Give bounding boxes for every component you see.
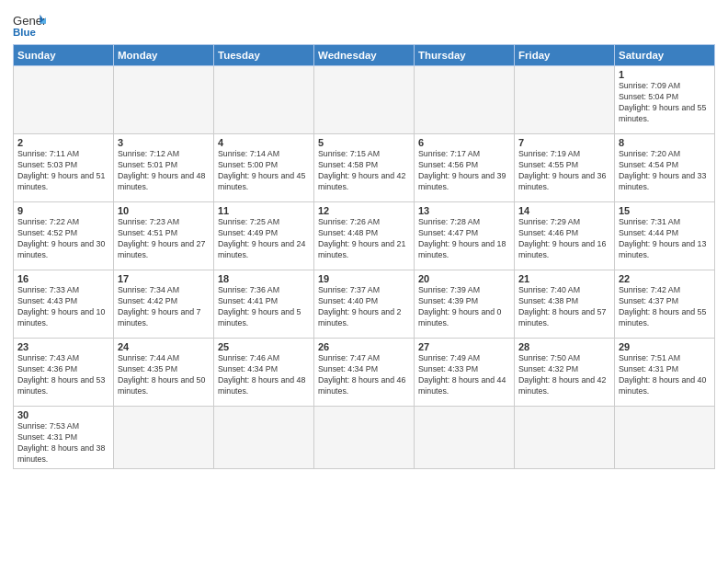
day-number: 5 <box>318 137 410 148</box>
calendar-cell: 29Sunrise: 7:51 AMSunset: 4:31 PMDayligh… <box>615 339 715 407</box>
logo: General Blue <box>13 13 46 39</box>
day-number: 30 <box>17 409 109 420</box>
day-number: 16 <box>17 273 109 284</box>
calendar-cell: 15Sunrise: 7:31 AMSunset: 4:44 PMDayligh… <box>615 202 715 270</box>
weekday-header-saturday: Saturday <box>615 45 715 66</box>
calendar-cell <box>515 407 615 469</box>
calendar-cell <box>14 66 114 134</box>
calendar-cell: 12Sunrise: 7:26 AMSunset: 4:48 PMDayligh… <box>314 202 415 270</box>
day-number: 24 <box>118 341 210 352</box>
calendar-cell: 3Sunrise: 7:12 AMSunset: 5:01 PMDaylight… <box>114 134 214 202</box>
day-info: Sunrise: 7:42 AMSunset: 4:37 PMDaylight:… <box>619 285 711 329</box>
day-info: Sunrise: 7:09 AMSunset: 5:04 PMDaylight:… <box>619 81 711 125</box>
day-number: 18 <box>218 273 310 284</box>
calendar-week-row-5: 23Sunrise: 7:43 AMSunset: 4:36 PMDayligh… <box>14 339 715 407</box>
calendar-table: SundayMondayTuesdayWednesdayThursdayFrid… <box>13 44 715 469</box>
day-info: Sunrise: 7:46 AMSunset: 4:34 PMDaylight:… <box>218 353 310 397</box>
day-info: Sunrise: 7:31 AMSunset: 4:44 PMDaylight:… <box>619 217 711 261</box>
day-info: Sunrise: 7:11 AMSunset: 5:03 PMDaylight:… <box>17 149 109 193</box>
day-number: 19 <box>318 273 410 284</box>
calendar-cell: 10Sunrise: 7:23 AMSunset: 4:51 PMDayligh… <box>114 202 214 270</box>
day-number: 9 <box>17 205 109 216</box>
calendar-cell <box>214 407 314 469</box>
calendar-cell <box>515 66 615 134</box>
day-info: Sunrise: 7:25 AMSunset: 4:49 PMDaylight:… <box>218 217 310 261</box>
day-info: Sunrise: 7:44 AMSunset: 4:35 PMDaylight:… <box>118 353 210 397</box>
calendar-cell: 11Sunrise: 7:25 AMSunset: 4:49 PMDayligh… <box>214 202 314 270</box>
calendar-cell: 21Sunrise: 7:40 AMSunset: 4:38 PMDayligh… <box>515 270 615 339</box>
weekday-header-tuesday: Tuesday <box>214 45 314 66</box>
day-number: 27 <box>418 341 510 352</box>
day-info: Sunrise: 7:39 AMSunset: 4:39 PMDaylight:… <box>418 285 510 329</box>
day-info: Sunrise: 7:47 AMSunset: 4:34 PMDaylight:… <box>318 353 410 397</box>
weekday-header-wednesday: Wednesday <box>314 45 415 66</box>
day-info: Sunrise: 7:26 AMSunset: 4:48 PMDaylight:… <box>318 217 410 261</box>
day-number: 29 <box>619 341 711 352</box>
calendar-cell: 24Sunrise: 7:44 AMSunset: 4:35 PMDayligh… <box>114 339 214 407</box>
calendar-week-row-6: 30Sunrise: 7:53 AMSunset: 4:31 PMDayligh… <box>14 407 715 469</box>
day-number: 26 <box>318 341 410 352</box>
svg-text:Blue: Blue <box>13 27 36 38</box>
generalblue-logo-icon: General Blue <box>13 13 46 39</box>
day-info: Sunrise: 7:33 AMSunset: 4:43 PMDaylight:… <box>17 285 109 329</box>
calendar-week-row-2: 2Sunrise: 7:11 AMSunset: 5:03 PMDaylight… <box>14 134 715 202</box>
day-number: 28 <box>518 341 610 352</box>
day-number: 11 <box>218 205 310 216</box>
weekday-header-row: SundayMondayTuesdayWednesdayThursdayFrid… <box>14 45 715 66</box>
day-info: Sunrise: 7:43 AMSunset: 4:36 PMDaylight:… <box>17 353 109 397</box>
calendar-cell: 17Sunrise: 7:34 AMSunset: 4:42 PMDayligh… <box>114 270 214 339</box>
calendar-cell: 4Sunrise: 7:14 AMSunset: 5:00 PMDaylight… <box>214 134 314 202</box>
day-info: Sunrise: 7:17 AMSunset: 4:56 PMDaylight:… <box>418 149 510 193</box>
day-number: 23 <box>17 341 109 352</box>
calendar-cell: 25Sunrise: 7:46 AMSunset: 4:34 PMDayligh… <box>214 339 314 407</box>
calendar-cell: 1Sunrise: 7:09 AMSunset: 5:04 PMDaylight… <box>615 66 715 134</box>
calendar-cell <box>114 407 214 469</box>
day-number: 8 <box>619 137 711 148</box>
day-info: Sunrise: 7:49 AMSunset: 4:33 PMDaylight:… <box>418 353 510 397</box>
day-number: 14 <box>518 205 610 216</box>
day-number: 12 <box>318 205 410 216</box>
day-info: Sunrise: 7:37 AMSunset: 4:40 PMDaylight:… <box>318 285 410 329</box>
day-number: 10 <box>118 205 210 216</box>
calendar-cell: 2Sunrise: 7:11 AMSunset: 5:03 PMDaylight… <box>14 134 114 202</box>
calendar-cell: 6Sunrise: 7:17 AMSunset: 4:56 PMDaylight… <box>415 134 515 202</box>
day-info: Sunrise: 7:50 AMSunset: 4:32 PMDaylight:… <box>518 353 610 397</box>
calendar-cell <box>415 66 515 134</box>
header-area: General Blue <box>13 9 715 39</box>
calendar-cell <box>114 66 214 134</box>
calendar-cell: 14Sunrise: 7:29 AMSunset: 4:46 PMDayligh… <box>515 202 615 270</box>
day-info: Sunrise: 7:23 AMSunset: 4:51 PMDaylight:… <box>118 217 210 261</box>
day-number: 22 <box>619 273 711 284</box>
calendar-cell: 22Sunrise: 7:42 AMSunset: 4:37 PMDayligh… <box>615 270 715 339</box>
day-number: 21 <box>518 273 610 284</box>
page: General Blue SundayMondayTuesdayWednesda… <box>0 0 728 563</box>
day-number: 13 <box>418 205 510 216</box>
day-number: 17 <box>118 273 210 284</box>
calendar-cell: 7Sunrise: 7:19 AMSunset: 4:55 PMDaylight… <box>515 134 615 202</box>
day-info: Sunrise: 7:12 AMSunset: 5:01 PMDaylight:… <box>118 149 210 193</box>
day-number: 25 <box>218 341 310 352</box>
day-info: Sunrise: 7:40 AMSunset: 4:38 PMDaylight:… <box>518 285 610 329</box>
day-number: 4 <box>218 137 310 148</box>
day-number: 2 <box>17 137 109 148</box>
calendar-cell <box>314 407 415 469</box>
calendar-cell: 26Sunrise: 7:47 AMSunset: 4:34 PMDayligh… <box>314 339 415 407</box>
calendar-cell: 18Sunrise: 7:36 AMSunset: 4:41 PMDayligh… <box>214 270 314 339</box>
calendar-cell: 28Sunrise: 7:50 AMSunset: 4:32 PMDayligh… <box>515 339 615 407</box>
calendar-cell: 23Sunrise: 7:43 AMSunset: 4:36 PMDayligh… <box>14 339 114 407</box>
day-info: Sunrise: 7:15 AMSunset: 4:58 PMDaylight:… <box>318 149 410 193</box>
weekday-header-friday: Friday <box>515 45 615 66</box>
day-number: 15 <box>619 205 711 216</box>
calendar-cell <box>314 66 415 134</box>
calendar-cell: 27Sunrise: 7:49 AMSunset: 4:33 PMDayligh… <box>415 339 515 407</box>
day-number: 3 <box>118 137 210 148</box>
calendar-cell <box>415 407 515 469</box>
calendar-cell: 30Sunrise: 7:53 AMSunset: 4:31 PMDayligh… <box>14 407 114 469</box>
calendar-cell: 19Sunrise: 7:37 AMSunset: 4:40 PMDayligh… <box>314 270 415 339</box>
calendar-cell: 13Sunrise: 7:28 AMSunset: 4:47 PMDayligh… <box>415 202 515 270</box>
calendar-cell <box>615 407 715 469</box>
day-info: Sunrise: 7:19 AMSunset: 4:55 PMDaylight:… <box>518 149 610 193</box>
day-info: Sunrise: 7:34 AMSunset: 4:42 PMDaylight:… <box>118 285 210 329</box>
day-info: Sunrise: 7:36 AMSunset: 4:41 PMDaylight:… <box>218 285 310 329</box>
calendar-cell: 20Sunrise: 7:39 AMSunset: 4:39 PMDayligh… <box>415 270 515 339</box>
